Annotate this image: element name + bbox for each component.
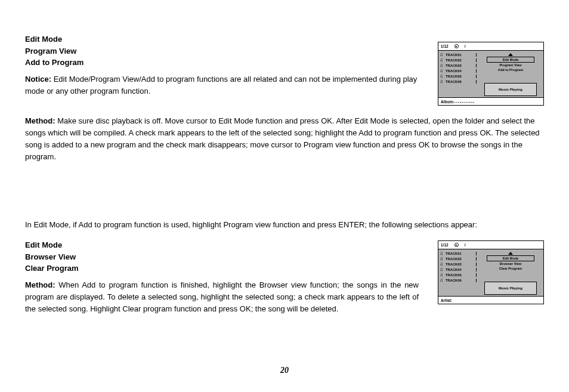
track-label: TRACK01 bbox=[446, 252, 462, 255]
disc-icon bbox=[454, 243, 459, 247]
status-box: Music Playing bbox=[484, 83, 537, 96]
track-list: TRACK01 TRACK02 TRACK03 TRACK04 TRACK05 … bbox=[438, 249, 478, 296]
music-note-icon bbox=[440, 53, 444, 57]
tick-indicator bbox=[476, 58, 477, 62]
track-label: TRACK02 bbox=[446, 58, 462, 62]
menu-item-edit-mode[interactable]: Edit Mode bbox=[487, 255, 534, 261]
method-label: Method: bbox=[25, 280, 55, 289]
tick-indicator bbox=[476, 69, 477, 73]
tick-indicator bbox=[476, 252, 477, 255]
tick-indicator bbox=[476, 75, 477, 78]
heading-line: Browser View bbox=[25, 251, 419, 263]
track-row: TRACK06 bbox=[440, 278, 477, 283]
track-label: TRACK03 bbox=[446, 263, 462, 266]
track-label: TRACK06 bbox=[446, 279, 462, 282]
track-row: TRACK02 bbox=[440, 58, 477, 63]
menu-item-add-to-program[interactable]: Add to Program bbox=[480, 67, 541, 72]
notice-label: Notice: bbox=[25, 75, 51, 84]
track-row: TRACK05 bbox=[440, 74, 477, 79]
device-header: 1/12 / bbox=[438, 42, 543, 51]
menu-column: Edit Mode Program View Add to Program Mu… bbox=[478, 51, 543, 97]
method-text: Make sure disc playback is off. Move cur… bbox=[25, 116, 540, 161]
music-note-icon bbox=[440, 58, 444, 63]
track-row: TRACK06 bbox=[440, 79, 477, 84]
track-row: TRACK04 bbox=[440, 69, 477, 73]
music-note-icon bbox=[440, 69, 444, 73]
heading-line: Program View bbox=[25, 45, 419, 57]
track-row: TRACK03 bbox=[440, 262, 477, 267]
notice-text: Edit Mode/Program View/Add to program fu… bbox=[25, 75, 417, 95]
music-note-icon bbox=[440, 278, 444, 283]
track-label: TRACK06 bbox=[446, 80, 462, 84]
section1-heading: Edit Mode Program View Add to Program bbox=[25, 33, 419, 69]
footer-label: Album: bbox=[441, 100, 454, 104]
triangle-up-icon bbox=[508, 53, 513, 56]
tick-indicator bbox=[476, 273, 477, 277]
heading-line: Add to Program bbox=[25, 57, 419, 69]
track-label: TRACK02 bbox=[446, 257, 462, 261]
menu-item-edit-mode[interactable]: Edit Mode bbox=[487, 57, 534, 63]
track-label: TRACK01 bbox=[446, 53, 462, 57]
device-header: 1/12 / bbox=[438, 241, 543, 249]
track-counter: 1/12 bbox=[441, 44, 449, 48]
tick-indicator bbox=[476, 263, 477, 266]
transition-paragraph: In Edit Mode, if Add to program function… bbox=[25, 219, 544, 231]
music-note-icon bbox=[440, 267, 444, 272]
track-label: TRACK04 bbox=[446, 69, 462, 73]
track-list: TRACK01 TRACK02 TRACK03 TRACK04 TRACK05 … bbox=[438, 51, 478, 97]
music-note-icon bbox=[440, 79, 444, 84]
page-number: 20 bbox=[0, 366, 569, 375]
footer-value: ----------- bbox=[454, 100, 475, 104]
status-box: Music Playing bbox=[484, 282, 537, 295]
tick-indicator bbox=[476, 279, 477, 282]
notice-paragraph: Notice: Edit Mode/Program View/Add to pr… bbox=[25, 73, 419, 97]
music-note-icon bbox=[440, 262, 444, 267]
music-note-icon bbox=[440, 63, 444, 68]
track-row: TRACK01 bbox=[440, 251, 477, 256]
tick-indicator bbox=[476, 80, 477, 84]
track-row: TRACK05 bbox=[440, 273, 477, 277]
tick-indicator bbox=[476, 257, 477, 261]
method-label: Method: bbox=[25, 116, 55, 125]
method-paragraph-2: Method: When Add to program function is … bbox=[25, 279, 419, 315]
slash-separator: / bbox=[465, 243, 466, 247]
tick-indicator bbox=[476, 53, 477, 57]
music-note-icon bbox=[440, 74, 444, 79]
track-label: TRACK05 bbox=[446, 273, 462, 277]
track-counter: 1/12 bbox=[441, 243, 449, 247]
menu-column: Edit Mode Browser View Clear Program Mus… bbox=[478, 249, 543, 296]
device-panel-2: 1/12 / TRACK01 TRACK02 TRACK03 TRACK04 T… bbox=[438, 240, 544, 304]
method-paragraph-1: Method: Make sure disc playback is off. … bbox=[25, 115, 544, 163]
method-text: When Add to program function is finished… bbox=[25, 280, 419, 313]
footer-label: Artist: bbox=[441, 298, 452, 303]
track-row: TRACK01 bbox=[440, 53, 477, 57]
track-row: TRACK03 bbox=[440, 63, 477, 68]
track-label: TRACK04 bbox=[446, 268, 462, 271]
menu-item-clear-program[interactable]: Clear Program bbox=[480, 266, 541, 271]
device-panel-1: 1/12 / TRACK01 TRACK02 TRACK03 TRACK04 T… bbox=[438, 42, 544, 106]
tick-indicator bbox=[476, 64, 477, 67]
track-label: TRACK05 bbox=[446, 75, 462, 78]
device-footer: Artist: bbox=[438, 296, 543, 304]
menu-item-browser-view[interactable]: Browser View bbox=[480, 261, 541, 266]
music-note-icon bbox=[440, 273, 444, 277]
disc-icon bbox=[454, 44, 459, 48]
track-row: TRACK04 bbox=[440, 267, 477, 272]
tick-indicator bbox=[476, 268, 477, 271]
track-label: TRACK03 bbox=[446, 64, 462, 67]
heading-line: Edit Mode bbox=[25, 239, 419, 251]
music-note-icon bbox=[440, 257, 444, 261]
music-note-icon bbox=[440, 251, 444, 256]
section2-heading: Edit Mode Browser View Clear Program bbox=[25, 239, 419, 274]
triangle-up-icon bbox=[508, 252, 513, 255]
heading-line: Clear Program bbox=[25, 263, 419, 274]
device-footer: Album:----------- bbox=[438, 97, 543, 105]
menu-item-program-view[interactable]: Program View bbox=[480, 63, 541, 67]
heading-line: Edit Mode bbox=[25, 33, 419, 45]
slash-separator: / bbox=[465, 44, 466, 48]
track-row: TRACK02 bbox=[440, 257, 477, 261]
